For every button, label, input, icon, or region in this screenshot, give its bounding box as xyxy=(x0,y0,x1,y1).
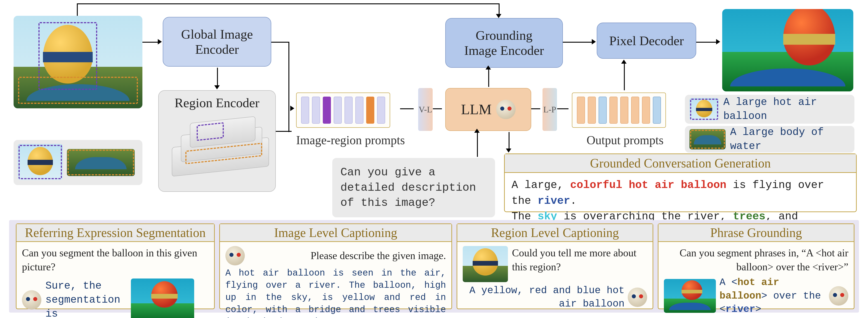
llm-module: LLM xyxy=(445,88,531,131)
v-l-projection: V-L xyxy=(418,88,433,131)
task-referring-expression-segmentation: Referring Expression Segmentation Can yo… xyxy=(16,223,215,309)
task-answer: A hot air balloon is seen in the air, fl… xyxy=(225,267,446,318)
text-prompt-card: Can you give a detailed description of t… xyxy=(332,158,495,217)
region-crops-panel xyxy=(13,140,143,185)
panel-title: Grounded Conversation Generation xyxy=(505,156,856,170)
task-answer: A yellow, red and blue hot air balloon xyxy=(463,284,625,311)
robot-icon xyxy=(829,286,848,306)
task-phrase-grounding: Phrase Grounding Can you segment phrases… xyxy=(658,223,855,309)
task-title: Region Level Captioning xyxy=(457,225,653,240)
task-question: Please describe the given image. xyxy=(248,249,446,263)
l-p-projection: L-P xyxy=(542,88,557,131)
task-answer: Sure, the segmentation is xyxy=(45,279,127,318)
pixel-decoder-module: Pixel Decoder xyxy=(597,23,696,59)
module-label: LLM xyxy=(461,101,491,118)
robot-icon xyxy=(628,287,647,307)
region-image xyxy=(463,246,508,282)
image-region-prompts-tokens xyxy=(296,93,390,128)
output-card-text: A large hot air balloon xyxy=(723,95,850,123)
output-prompts-tokens xyxy=(572,93,666,128)
projection-label: L-P xyxy=(544,105,556,114)
input-image xyxy=(13,16,143,108)
output-card-balloon: A large hot air balloon xyxy=(685,95,855,124)
feature-pyramid-region-purple xyxy=(197,122,224,141)
module-label: Pixel Decoder xyxy=(609,33,684,48)
phrase-grounding-image xyxy=(664,279,716,313)
robot-icon xyxy=(225,246,245,266)
tokens-label: Output prompts xyxy=(587,133,664,147)
task-title: Image Level Captioning xyxy=(220,225,452,240)
module-label: Grounding Image Encoder xyxy=(464,28,544,58)
task-question: Can you segment phrases in, “A <hot air … xyxy=(664,246,848,274)
task-question: Can you segment the balloon in this give… xyxy=(22,246,209,274)
robot-icon xyxy=(22,290,41,310)
tokens-label: Image-region prompts xyxy=(296,133,405,147)
grounded-conversation-panel: Grounded Conversation Generation A large… xyxy=(504,153,857,212)
task-question: Could you tell me more about this region… xyxy=(512,246,647,282)
global-image-encoder-module: Global Image Encoder xyxy=(163,17,271,67)
module-label: Global Image Encoder xyxy=(181,27,253,57)
grounding-image-encoder-module: Grounding Image Encoder xyxy=(445,18,563,68)
output-card-text: A large body of water xyxy=(730,125,850,153)
output-image-segmented xyxy=(722,9,853,92)
task-title: Referring Expression Segmentation xyxy=(17,225,214,240)
task-image-level-captioning: Image Level Captioning Please describe t… xyxy=(219,223,452,309)
module-label: Region Encoder xyxy=(175,95,259,110)
projection-label: V-L xyxy=(418,105,432,114)
seg-result-image xyxy=(131,279,194,318)
task-title: Phrase Grounding xyxy=(658,225,854,240)
task-region-level-captioning: Region Level Captioning Could you tell m… xyxy=(457,223,653,309)
robot-icon xyxy=(496,100,516,119)
output-card-water: A large body of water xyxy=(685,126,855,152)
